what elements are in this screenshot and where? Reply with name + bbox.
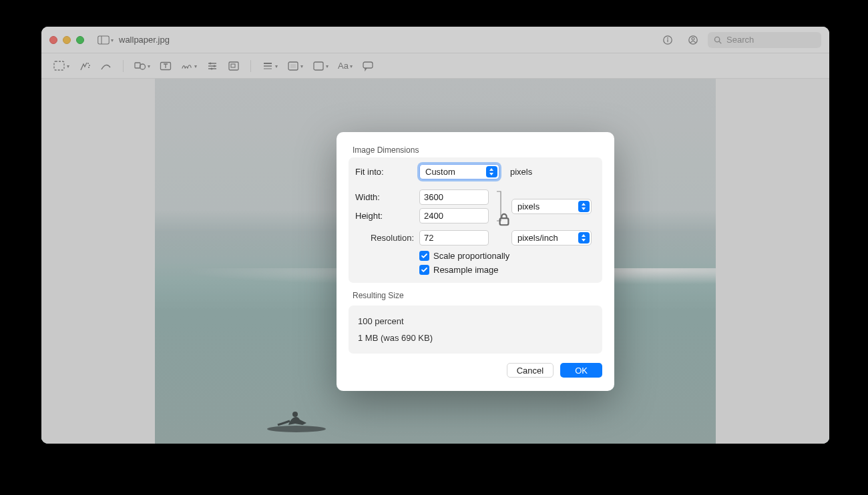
separator (250, 60, 251, 72)
svg-point-16 (210, 62, 212, 64)
info-button[interactable] (657, 32, 678, 48)
scale-proportionally-label: Scale proportionally (433, 251, 509, 261)
chevron-down-icon: ▾ (194, 63, 197, 69)
svg-point-14 (140, 64, 146, 69)
search-placeholder: Search (726, 35, 754, 45)
adjust-size-dialog: Image Dimensions Fit into: Custom pixels… (337, 132, 614, 391)
section-title-image-dimensions: Image Dimensions (353, 145, 602, 155)
checkbox-checked-icon (419, 251, 429, 261)
svg-point-12 (88, 67, 89, 68)
ok-button[interactable]: OK (560, 363, 602, 378)
line-style-tool[interactable]: ▾ (262, 61, 278, 71)
svg-point-3 (667, 37, 668, 39)
resolution-label: Resolution: (355, 233, 419, 243)
person-button[interactable] (682, 32, 704, 48)
svg-point-26 (292, 412, 298, 417)
fit-into-unit: pixels (510, 167, 596, 177)
resample-image-checkbox[interactable]: Resample image (419, 265, 596, 275)
size-unit-value: pixels (517, 201, 539, 211)
height-input[interactable] (419, 208, 489, 223)
svg-point-7 (714, 37, 719, 41)
svg-rect-9 (54, 61, 64, 70)
separator (123, 60, 124, 72)
resolution-unit-select[interactable]: pixels/inch (511, 230, 592, 245)
select-arrows-icon (578, 201, 590, 212)
svg-point-25 (267, 426, 326, 432)
svg-rect-27 (500, 218, 509, 225)
chevron-down-icon: ▾ (111, 37, 114, 43)
instant-alpha-tool[interactable] (79, 61, 91, 71)
cancel-button[interactable]: Cancel (507, 363, 554, 378)
resulting-size-section: 100 percent 1 MB (was 690 KB) (349, 306, 602, 354)
annotate-tool[interactable] (362, 61, 374, 71)
preview-window: ▾ wallpaper.jpg Search (41, 27, 829, 444)
select-arrows-icon (486, 166, 497, 177)
svg-rect-20 (231, 64, 235, 67)
sketch-tool[interactable] (100, 61, 112, 71)
search-icon (713, 35, 722, 45)
minimize-window-button[interactable] (63, 36, 71, 44)
checkbox-checked-icon (419, 265, 429, 275)
proportions-lock[interactable] (494, 189, 511, 223)
resolution-unit-value: pixels/inch (517, 233, 558, 243)
svg-rect-13 (135, 63, 140, 68)
select-arrows-icon (578, 232, 590, 243)
image-dimensions-section: Fit into: Custom pixels Width: Height: (349, 157, 602, 283)
letterbox-right (716, 79, 829, 444)
width-input[interactable] (419, 189, 489, 205)
chevron-down-icon: ▾ (148, 63, 150, 69)
fill-color-tool[interactable]: ▾ (312, 61, 329, 71)
height-label: Height: (355, 211, 419, 221)
lock-icon (497, 202, 511, 237)
titlebar: ▾ wallpaper.jpg Search (41, 27, 829, 53)
chevron-down-icon: ▾ (300, 63, 303, 69)
letterbox-left (41, 79, 155, 444)
result-percent: 100 percent (358, 316, 593, 326)
size-unit-select[interactable]: pixels (511, 199, 592, 214)
resample-image-label: Resample image (433, 265, 499, 275)
close-window-button[interactable] (49, 36, 57, 44)
svg-rect-24 (363, 62, 373, 68)
fit-into-value: Custom (425, 167, 455, 177)
svg-rect-19 (229, 62, 238, 70)
window-title: wallpaper.jpg (119, 35, 170, 45)
sign-tool[interactable]: ▾ (181, 61, 197, 71)
border-color-tool[interactable]: ▾ (287, 61, 303, 71)
svg-rect-22 (290, 64, 296, 68)
fit-into-label: Fit into: (355, 167, 419, 177)
scale-proportionally-checkbox[interactable]: Scale proportionally (419, 251, 596, 261)
shapes-tool[interactable]: ▾ (134, 61, 150, 71)
resolution-input[interactable] (419, 230, 489, 245)
sidebar-toggle-button[interactable]: ▾ (95, 32, 116, 48)
surfer-silhouette (266, 394, 327, 433)
section-title-resulting-size: Resulting Size (353, 291, 602, 300)
chevron-down-icon: ▾ (326, 63, 329, 69)
svg-rect-23 (314, 62, 323, 70)
svg-point-6 (692, 37, 694, 40)
traffic-lights (49, 36, 84, 44)
svg-point-17 (214, 65, 216, 67)
font-tool[interactable]: Aa ▾ (338, 61, 353, 71)
svg-point-10 (87, 63, 89, 64)
result-filesize: 1 MB (was 690 KB) (358, 333, 593, 343)
search-field[interactable]: Search (708, 32, 821, 48)
width-label: Width: (355, 192, 419, 202)
adjust-color-tool[interactable] (206, 61, 218, 71)
adjust-size-tool[interactable] (228, 61, 240, 71)
zoom-window-button[interactable] (76, 36, 84, 44)
chevron-down-icon: ▾ (275, 63, 278, 69)
svg-rect-4 (667, 39, 668, 41)
svg-line-8 (719, 41, 721, 43)
svg-point-11 (89, 65, 90, 66)
selection-tool[interactable]: ▾ (53, 61, 69, 71)
svg-point-18 (211, 67, 213, 69)
text-tool[interactable] (160, 61, 172, 71)
chevron-down-icon: ▾ (350, 63, 353, 69)
fit-into-select[interactable]: Custom (419, 164, 499, 179)
chevron-down-icon: ▾ (67, 63, 69, 69)
markup-toolbar: ▾ ▾ ▾ (41, 53, 829, 79)
svg-rect-0 (98, 36, 110, 44)
